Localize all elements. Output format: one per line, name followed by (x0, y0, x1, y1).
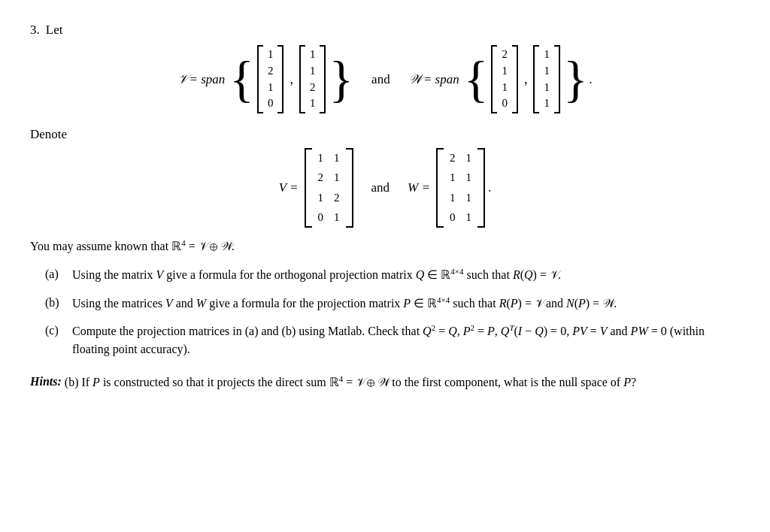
matrix-V: 11 21 12 01 (305, 148, 353, 228)
part-a-label: (a) (45, 265, 66, 284)
W-mat-label: W = (408, 180, 430, 195)
part-b-label: (b) (45, 294, 66, 313)
vec2-W: 1111 (533, 45, 560, 113)
period-2: . (488, 180, 491, 195)
right-curly-W: } (563, 56, 588, 102)
parts-container: (a) Using the matrix V give a formula fo… (45, 265, 740, 358)
hints-text: (b) If P is constructed so that it proje… (65, 376, 636, 388)
let-line: 𝒱 = span { 1210 , 1121 } and 𝒲 = span { (30, 45, 740, 113)
left-curly-V: { (229, 56, 254, 102)
and-word-2: and (371, 180, 390, 195)
vec1-W: 2110 (491, 45, 518, 113)
problem-container: 3. Let 𝒱 = span { 1210 , 1121 } and (30, 23, 740, 391)
vec1-V: 1210 (257, 45, 284, 113)
comma-V: , (290, 71, 293, 87)
and-word-1: and (371, 72, 390, 87)
hints-label: Hints: (30, 376, 62, 388)
part-b: (b) Using the matrices V and W give a fo… (45, 294, 740, 313)
v-equals: 𝒱 = span (177, 72, 225, 87)
left-curly-W: { (464, 56, 489, 102)
period-1: . (590, 72, 593, 87)
problem-number: 3. (30, 23, 40, 38)
denote-label: Denote (30, 127, 740, 142)
problem-header: 3. Let (30, 23, 740, 38)
w-equals: 𝒲 = span (408, 72, 459, 87)
matrix-W: 21 11 11 01 (436, 148, 485, 228)
denote-line: V = 11 21 12 01 and W = 21 11 11 01 (30, 148, 740, 228)
hints-section: Hints: (b) If P is constructed so that i… (30, 372, 740, 391)
part-c: (c) Compute the projection matrices in (… (45, 322, 740, 358)
comma-W: , (524, 71, 528, 87)
part-a: (a) Using the matrix V give a formula fo… (45, 265, 740, 284)
vec2-V: 1121 (299, 45, 326, 113)
part-a-text: Using the matrix V give a formula for th… (72, 265, 740, 284)
part-c-label: (c) (45, 322, 66, 358)
part-c-text: Compute the projection matrices in (a) a… (72, 322, 740, 358)
assume-text: You may assume known that ℝ4 = 𝒱 ⊕ 𝒲. (30, 238, 740, 253)
let-label: Let (46, 23, 63, 38)
V-mat-label: V = (279, 180, 299, 195)
right-curly-V: } (329, 56, 353, 102)
part-b-text: Using the matrices V and W give a formul… (72, 294, 740, 313)
